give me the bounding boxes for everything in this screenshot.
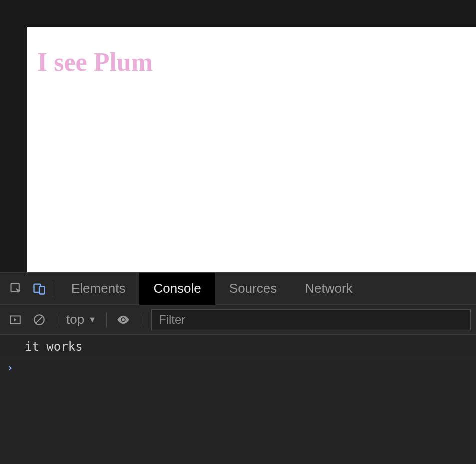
context-label: top	[66, 312, 84, 328]
page-heading: I see Plum	[38, 48, 466, 77]
console-toolbar: top ▼	[0, 305, 476, 335]
divider	[56, 313, 56, 327]
clear-console-icon[interactable]	[29, 310, 50, 330]
divider	[140, 313, 140, 327]
divider	[53, 281, 54, 297]
toggle-sidebar-icon[interactable]	[5, 310, 26, 330]
device-toggle-icon[interactable]	[28, 278, 51, 300]
console-log-message: it works	[0, 335, 476, 360]
svg-line-5	[36, 316, 43, 323]
browser-viewport: I see Plum	[0, 0, 476, 272]
tab-network[interactable]: Network	[291, 273, 366, 305]
devtools-panel: Elements Console Sources Network top ▼	[0, 272, 476, 464]
console-prompt[interactable]: ›	[0, 360, 476, 376]
tab-elements[interactable]: Elements	[58, 273, 140, 305]
rendered-page: I see Plum	[28, 28, 476, 272]
svg-rect-2	[40, 286, 45, 294]
svg-point-6	[122, 318, 125, 322]
filter-input[interactable]	[152, 310, 471, 330]
prompt-caret-icon: ›	[7, 362, 14, 374]
tab-sources[interactable]: Sources	[216, 273, 291, 305]
tab-console[interactable]: Console	[140, 273, 215, 305]
chevron-down-icon: ▼	[88, 316, 96, 324]
context-selector[interactable]: top ▼	[62, 312, 100, 328]
devtools-tab-bar: Elements Console Sources Network	[0, 273, 476, 305]
live-expression-icon[interactable]	[113, 310, 134, 330]
inspect-element-icon[interactable]	[5, 278, 28, 300]
divider	[106, 313, 107, 327]
console-output[interactable]: it works ›	[0, 335, 476, 464]
